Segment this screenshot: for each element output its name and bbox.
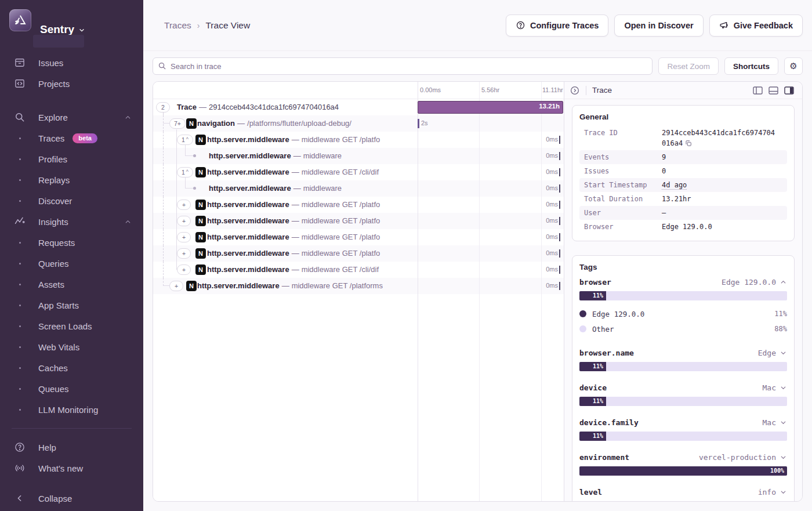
span-duration: 0ms bbox=[546, 168, 558, 175]
sidebar-item-queues[interactable]: Queues bbox=[0, 378, 143, 399]
span-bar-tick bbox=[559, 152, 560, 160]
sidebar-item-issues[interactable]: Issues bbox=[0, 52, 143, 73]
tag-key: browser.name bbox=[579, 349, 634, 357]
org-subtitle-placeholder bbox=[33, 35, 84, 48]
span-duration: 0ms bbox=[546, 136, 558, 143]
span-row[interactable]: http.server.middleware—middleware0ms bbox=[153, 148, 564, 164]
main-content: Traces › Trace View Configure TracesOpen… bbox=[143, 0, 812, 511]
sidebar-item-assets[interactable]: Assets bbox=[0, 274, 143, 295]
sidebar-item-discover[interactable]: Discover bbox=[0, 190, 143, 211]
tag-distribution-bar[interactable]: 11% bbox=[579, 291, 787, 300]
tag-value-toggle[interactable]: info bbox=[758, 488, 787, 496]
general-title: General bbox=[579, 113, 787, 121]
tag-value-toggle[interactable]: vercel-production bbox=[699, 453, 787, 462]
tag-value-toggle[interactable]: Mac bbox=[763, 418, 787, 427]
expand-drawer-icon[interactable] bbox=[570, 85, 580, 96]
sidebar-item-label: Web Vitals bbox=[38, 342, 79, 352]
tag-bar-segment: 100% bbox=[579, 466, 787, 476]
help-icon bbox=[14, 441, 26, 453]
span-description: http.server.middleware—middleware GET /p… bbox=[153, 229, 418, 245]
sidebar: Sentry IssuesProjectsExploreTracesbetaPr… bbox=[0, 0, 143, 511]
copy-icon[interactable] bbox=[685, 140, 692, 147]
open-in-discover-button[interactable]: Open in Discover bbox=[614, 15, 703, 37]
sidebar-item-requests[interactable]: Requests bbox=[0, 232, 143, 253]
gear-icon[interactable]: ⚙ bbox=[784, 57, 803, 75]
tag-distribution-bar[interactable]: 11% bbox=[579, 432, 787, 441]
trace-duration-bar[interactable]: 13.21h bbox=[418, 101, 563, 114]
trace-row[interactable]: 2Trace—2914cceb443c41dca1fc6974704016a41… bbox=[153, 99, 564, 115]
tag-group-browser.name: browser.nameEdge11% bbox=[579, 347, 787, 371]
general-value-text: 13.21hr bbox=[662, 195, 691, 203]
sidebar-item-caches[interactable]: Caches bbox=[0, 357, 143, 378]
sidebar-item-projects[interactable]: Projects bbox=[0, 73, 143, 94]
tag-distribution-bar[interactable]: 100% bbox=[579, 466, 787, 476]
bullet-icon bbox=[14, 137, 26, 139]
sidebar-item-queries[interactable]: Queries bbox=[0, 253, 143, 274]
sidebar-collapse-button[interactable]: Collapse bbox=[0, 488, 143, 509]
span-row[interactable]: +Nhttp.server.middleware—middleware GET … bbox=[153, 197, 564, 213]
breadcrumb-traces[interactable]: Traces bbox=[164, 20, 191, 31]
shortcuts-button[interactable]: Shortcuts bbox=[724, 57, 778, 75]
sidebar-item-help[interactable]: Help bbox=[0, 437, 143, 458]
tag-value: Edge 129.0.0 bbox=[722, 278, 776, 287]
general-value: 4d ago bbox=[662, 180, 687, 190]
projects-icon bbox=[14, 78, 26, 89]
span-row[interactable]: http.server.middleware—middleware0ms bbox=[153, 180, 564, 197]
tag-distribution-bar[interactable]: 11% bbox=[579, 362, 787, 371]
reset-zoom-button[interactable]: Reset Zoom bbox=[658, 57, 719, 75]
trace-waterfall: 0.00ms5.56hr11.11hr 2Trace—2914cceb443c4… bbox=[153, 82, 564, 501]
span-description: http.server.middleware—middleware GET /p… bbox=[153, 197, 418, 213]
span-row[interactable]: +Nhttp.server.middleware—middleware GET … bbox=[153, 213, 564, 229]
span-duration: 0ms bbox=[546, 201, 558, 208]
sidebar-item-replays[interactable]: Replays bbox=[0, 169, 143, 190]
span-row[interactable]: 7+Nnavigation—/platforms/flutter/upload-… bbox=[153, 115, 564, 132]
sidebar-item-screen-loads[interactable]: Screen Loads bbox=[0, 316, 143, 336]
bullet-icon bbox=[14, 388, 26, 390]
panel-left-icon[interactable] bbox=[753, 86, 763, 95]
span-desc: middleware bbox=[303, 151, 342, 160]
general-row: Issues0 bbox=[579, 164, 787, 178]
org-name: Sentry bbox=[40, 23, 74, 36]
span-row[interactable]: +Nhttp.server.middleware—middleware GET … bbox=[153, 262, 564, 278]
megaphone-icon bbox=[719, 20, 729, 30]
panel-right-icon[interactable] bbox=[784, 86, 794, 95]
trace-duration-label: 13.21h bbox=[539, 103, 560, 110]
tag-value-toggle[interactable]: Edge 129.0.0 bbox=[722, 278, 787, 287]
configure-traces-button[interactable]: Configure Traces bbox=[506, 15, 608, 37]
general-value-text[interactable]: 4d ago bbox=[662, 181, 687, 189]
tag-value-toggle[interactable]: Edge bbox=[758, 349, 787, 357]
bullet-icon bbox=[14, 367, 26, 369]
tag-value: info bbox=[758, 488, 776, 496]
panel-bottom-icon[interactable] bbox=[768, 86, 778, 95]
sidebar-item-profiles[interactable]: Profiles bbox=[0, 148, 143, 169]
search-input[interactable] bbox=[153, 57, 652, 75]
tag-legend-row[interactable]: Other88% bbox=[579, 321, 787, 336]
tag-distribution-bar[interactable]: 11% bbox=[579, 397, 787, 406]
span-row[interactable]: 1^Nhttp.server.middleware—middleware GET… bbox=[153, 132, 564, 148]
span-row[interactable]: +Nhttp.server.middleware—middleware GET … bbox=[153, 229, 564, 245]
general-value: — bbox=[662, 208, 666, 218]
span-op: http.server.middleware bbox=[207, 168, 289, 176]
tag-value-toggle[interactable]: Mac bbox=[763, 383, 787, 392]
sidebar-item-app-starts[interactable]: App Starts bbox=[0, 295, 143, 316]
sidebar-section-insights[interactable]: Insights bbox=[0, 211, 143, 232]
span-op: http.server.middleware bbox=[207, 135, 289, 144]
span-row[interactable]: +Nhttp.server.middleware—middleware GET … bbox=[153, 245, 564, 262]
drawer-body: General Trace ID2914cceb443c41dca1fc6974… bbox=[564, 99, 802, 501]
span-desc: middleware GET /platfo bbox=[302, 233, 380, 241]
span-bar-tick bbox=[559, 184, 560, 193]
drawer-title: Trace bbox=[592, 86, 612, 95]
sidebar-item-llm-monitoring[interactable]: LLM Monitoring bbox=[0, 399, 143, 420]
span-op: http.server.middleware bbox=[207, 249, 289, 258]
sidebar-item-label: LLM Monitoring bbox=[38, 405, 98, 415]
sidebar-section-explore[interactable]: Explore bbox=[0, 107, 143, 128]
span-row[interactable]: 1^Nhttp.server.middleware—middleware GET… bbox=[153, 164, 564, 180]
sidebar-item-whats-new[interactable]: What's new bbox=[0, 458, 143, 479]
trace-view-panel: 0.00ms5.56hr11.11hr 2Trace—2914cceb443c4… bbox=[153, 81, 803, 502]
org-switcher[interactable]: Sentry bbox=[0, 8, 143, 46]
sidebar-item-web-vitals[interactable]: Web Vitals bbox=[0, 336, 143, 357]
sidebar-item-traces[interactable]: Tracesbeta bbox=[0, 128, 143, 148]
give-feedback-button[interactable]: Give Feedback bbox=[709, 15, 803, 37]
tag-legend-row[interactable]: Edge 129.0.011% bbox=[579, 306, 787, 321]
span-row[interactable]: +Nhttp.server.middleware—middleware GET … bbox=[153, 278, 564, 294]
